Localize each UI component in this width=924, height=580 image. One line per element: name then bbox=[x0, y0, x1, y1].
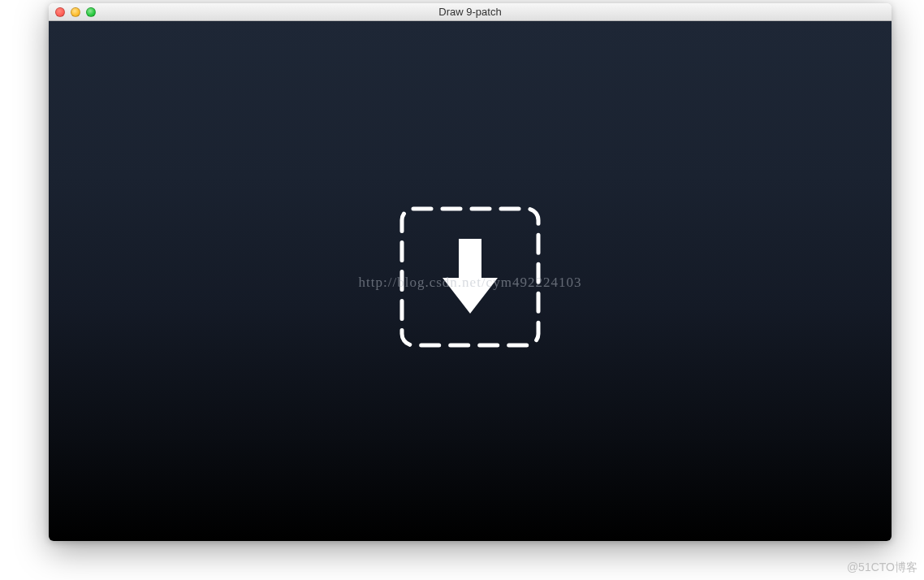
application-window: Draw 9-patch http://blog.csdn.net/cym492… bbox=[49, 3, 892, 541]
drop-zone[interactable] bbox=[399, 206, 541, 348]
traffic-lights-group bbox=[49, 7, 96, 17]
maximize-button[interactable] bbox=[86, 7, 96, 17]
content-area[interactable]: http://blog.csdn.net/cym492224103 bbox=[49, 21, 892, 541]
minimize-button[interactable] bbox=[71, 7, 80, 17]
download-arrow-icon bbox=[399, 206, 541, 348]
watermark-corner: @51CTO博客 bbox=[847, 561, 918, 575]
window-titlebar[interactable]: Draw 9-patch bbox=[49, 3, 892, 21]
window-title: Draw 9-patch bbox=[49, 3, 892, 21]
close-button[interactable] bbox=[55, 7, 65, 17]
